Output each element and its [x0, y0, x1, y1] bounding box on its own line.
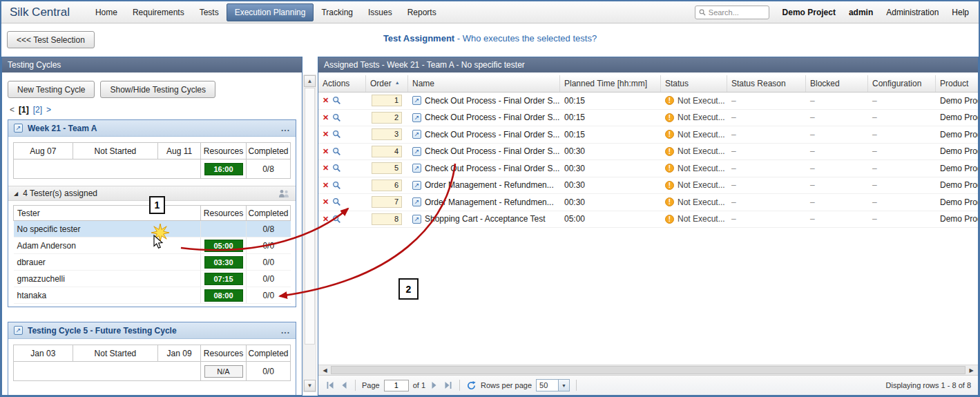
cycle-menu-icon[interactable]: ...	[281, 125, 290, 132]
inspect-icon[interactable]	[332, 96, 341, 105]
administration-link[interactable]: Administration	[886, 8, 939, 17]
col-header-blocked[interactable]: Blocked	[806, 75, 868, 92]
order-input[interactable]: 5	[372, 162, 402, 174]
test-name-link[interactable]: Check Out Process - Final Order S...	[425, 113, 559, 122]
page-2-link[interactable]: [2]	[33, 105, 42, 115]
next-page-link[interactable]: >	[46, 105, 51, 115]
table-row[interactable]: ✕ 4 ↗Check Out Process - Final Order S..…	[318, 144, 978, 161]
test-name-link[interactable]: Check Out Process - Final Order S...	[425, 130, 559, 139]
col-header-configuration[interactable]: Configuration	[868, 75, 936, 92]
col-header-product[interactable]: Product	[936, 75, 979, 92]
last-page-button[interactable]	[443, 380, 453, 390]
horizontal-scrollbar-thumb[interactable]	[331, 366, 965, 374]
order-input[interactable]: 6	[372, 180, 402, 191]
col-header-completed[interactable]: Completed	[247, 206, 291, 221]
delete-icon[interactable]: ✕	[323, 113, 329, 122]
open-cycle-icon[interactable]: ↗	[14, 124, 23, 133]
order-input[interactable]: 8	[372, 213, 402, 225]
tester-name[interactable]: dbrauer	[14, 254, 201, 271]
table-row[interactable]: ✕ 2 ↗Check Out Process - Final Order S..…	[318, 110, 978, 127]
nav-item-tests[interactable]: Tests	[192, 4, 227, 21]
scroll-down-button[interactable]: ▼	[304, 380, 316, 391]
col-header-actions[interactable]: Actions	[318, 75, 366, 92]
open-test-icon[interactable]: ↗	[412, 164, 421, 173]
col-header-name[interactable]: Name	[408, 75, 560, 92]
test-name-link[interactable]: Order Management - Refundmen...	[425, 180, 554, 190]
prev-page-button[interactable]	[339, 380, 349, 390]
inspect-icon[interactable]	[332, 147, 341, 156]
next-page-button[interactable]	[430, 380, 439, 390]
cycle-menu-icon[interactable]: ...	[281, 327, 290, 334]
open-test-icon[interactable]: ↗	[412, 113, 421, 122]
vertical-scrollbar[interactable]: ▲ ▼	[303, 75, 316, 392]
order-input[interactable]: 1	[372, 95, 402, 106]
project-selector[interactable]: Demo Project	[782, 8, 836, 17]
new-testing-cycle-button[interactable]: New Testing Cycle	[8, 81, 95, 98]
test-name-link[interactable]: Check Out Process - Final Order S...	[425, 96, 559, 106]
nav-item-reports[interactable]: Reports	[400, 4, 444, 21]
open-test-icon[interactable]: ↗	[412, 215, 421, 224]
rows-per-page-select[interactable]: 50 ▼	[536, 379, 570, 391]
nav-item-execution-planning[interactable]: Execution Planning	[227, 3, 314, 21]
vertical-scrollbar-thumb[interactable]	[305, 88, 315, 345]
delete-icon[interactable]: ✕	[323, 164, 329, 173]
inspect-icon[interactable]	[332, 215, 341, 224]
col-header-tester[interactable]: Tester	[14, 206, 201, 221]
open-test-icon[interactable]: ↗	[412, 130, 421, 139]
table-row[interactable]: ✕ 3 ↗Check Out Process - Final Order S..…	[318, 126, 978, 144]
tester-row[interactable]: htanaka 08:00 0/0	[14, 287, 291, 304]
open-test-icon[interactable]: ↗	[412, 181, 421, 190]
tester-name[interactable]: gmazzuchelli	[14, 271, 201, 287]
cycle-card-header[interactable]: ↗ Testing Cycle 5 - Future Testing Cycle…	[8, 322, 296, 339]
col-header-order[interactable]: Order ▲	[366, 75, 408, 92]
inspect-icon[interactable]	[332, 181, 341, 190]
nav-item-tracking[interactable]: Tracking	[314, 4, 361, 21]
inspect-icon[interactable]	[332, 113, 341, 122]
page-1-link[interactable]: [1]	[19, 105, 29, 115]
table-row[interactable]: ✕ 6 ↗Order Management - Refundmen... 00:…	[318, 177, 978, 195]
inspect-icon[interactable]	[332, 130, 341, 139]
refresh-icon[interactable]	[466, 380, 477, 391]
table-row[interactable]: ✕ 8 ↗Shopping Cart - Acceptance Test 05:…	[318, 211, 978, 229]
user-menu[interactable]: admin	[849, 8, 873, 17]
prev-page-link[interactable]: <	[10, 105, 15, 115]
collapse-icon[interactable]: ◢	[14, 191, 18, 197]
table-row[interactable]: ✕ 1 ↗Check Out Process - Final Order S..…	[318, 93, 978, 110]
delete-icon[interactable]: ✕	[323, 130, 329, 139]
test-name-link[interactable]: Shopping Cart - Acceptance Test	[425, 214, 546, 224]
order-input[interactable]: 7	[372, 196, 402, 208]
nav-item-issues[interactable]: Issues	[361, 4, 400, 21]
tester-row[interactable]: Adam Anderson 05:00 0/0	[14, 238, 291, 254]
page-number-input[interactable]	[384, 380, 409, 391]
col-header-planned-time[interactable]: Planned Time [hh:mm]	[560, 75, 661, 92]
test-name-link[interactable]: Order Management - Refundmen...	[425, 197, 554, 207]
delete-icon[interactable]: ✕	[323, 181, 329, 190]
delete-icon[interactable]: ✕	[323, 147, 329, 156]
order-input[interactable]: 4	[372, 146, 402, 157]
delete-icon[interactable]: ✕	[323, 215, 329, 224]
search-input[interactable]	[709, 8, 765, 17]
delete-icon[interactable]: ✕	[323, 96, 329, 105]
test-name-link[interactable]: Check Out Process - Final Order S...	[425, 146, 559, 156]
open-test-icon[interactable]: ↗	[412, 96, 421, 105]
tester-name[interactable]: Adam Anderson	[14, 238, 201, 254]
tester-row-no-specific[interactable]: No specific tester 0/8	[14, 221, 291, 238]
open-test-icon[interactable]: ↗	[412, 147, 421, 156]
inspect-icon[interactable]	[332, 164, 341, 173]
order-input[interactable]: 2	[372, 112, 402, 124]
table-row[interactable]: ✕ 7 ↗Order Management - Refundmen... 00:…	[318, 194, 978, 211]
cycle-card-header[interactable]: ↗ Week 21 - Team A ...	[8, 120, 296, 137]
nav-item-requirements[interactable]: Requirements	[125, 4, 192, 21]
help-link[interactable]: Help	[952, 8, 969, 17]
open-test-icon[interactable]: ↗	[412, 197, 421, 206]
inspect-icon[interactable]	[332, 197, 341, 206]
order-input[interactable]: 3	[372, 128, 402, 140]
delete-icon[interactable]: ✕	[323, 197, 329, 206]
table-row[interactable]: ✕ 5 ↗Check Out Process - Final Order S..…	[318, 160, 978, 177]
nav-item-home[interactable]: Home	[88, 4, 125, 21]
first-page-button[interactable]	[325, 380, 335, 390]
col-header-status-reason[interactable]: Status Reason	[727, 75, 806, 92]
scroll-up-button[interactable]: ▲	[304, 75, 316, 87]
test-name-link[interactable]: Check Out Process - Final Order S...	[425, 164, 559, 173]
horizontal-scrollbar[interactable]: ◀ ▶	[318, 365, 978, 375]
